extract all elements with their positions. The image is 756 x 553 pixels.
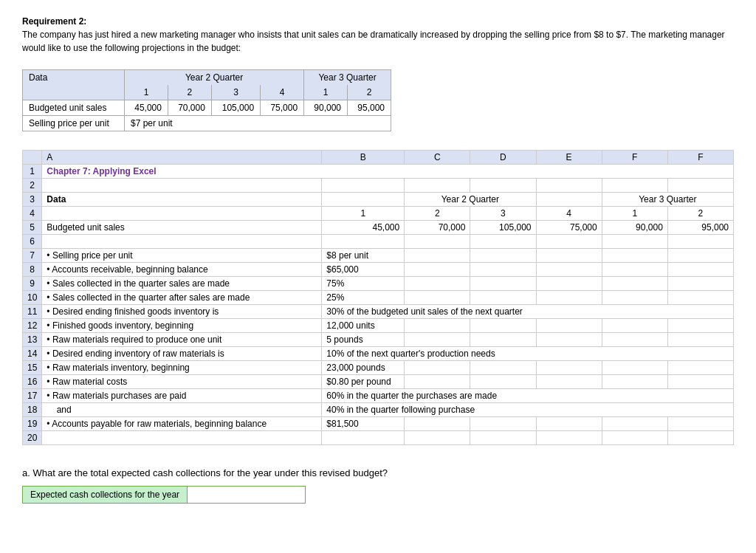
row4-e: 4 <box>536 207 602 221</box>
requirement-section: Requirement 2: The company has just hire… <box>22 15 734 55</box>
table-row: Budgeted unit sales 45,000 70,000 105,00… <box>23 100 391 116</box>
row12-label: • Finished goods inventory, beginning <box>42 319 322 333</box>
row18-label: and <box>42 403 322 417</box>
row15-f1 <box>602 361 667 375</box>
spreadsheet-row-19: 19 • Accounts payable for raw materials,… <box>23 417 734 431</box>
col-a-header: A <box>42 151 322 165</box>
row13-b: 5 pounds <box>322 333 405 347</box>
top-table-year3-header: Year 3 Quarter <box>304 70 391 86</box>
row5-label: Budgeted unit sales <box>42 221 322 235</box>
row16-e <box>536 375 602 389</box>
row14-value: 10% of the next quarter's production nee… <box>322 347 734 361</box>
row20-e <box>536 431 602 445</box>
row16-b: $0.80 per pound <box>322 375 405 389</box>
selling-price-value: $7 per unit <box>125 116 391 131</box>
row-num-13: 13 <box>23 333 42 347</box>
row7-f1 <box>602 249 667 263</box>
row19-f1 <box>602 417 667 431</box>
row7-e <box>536 249 602 263</box>
row12-f2 <box>667 319 733 333</box>
row-num-15: 15 <box>23 361 42 375</box>
row6-f1 <box>602 235 667 249</box>
row5-e: 75,000 <box>536 221 602 235</box>
spreadsheet-row-14: 14 • Desired ending inventory of raw mat… <box>23 347 734 361</box>
row2-b <box>322 179 405 193</box>
row2-e <box>536 179 602 193</box>
col-num-header <box>23 151 42 165</box>
chapter-title-cell: Chapter 7: Applying Excel <box>42 165 734 179</box>
row10-f1 <box>602 291 667 305</box>
row9-d <box>470 277 536 291</box>
row2-a <box>42 179 322 193</box>
row19-c <box>405 417 470 431</box>
row-num-19: 19 <box>23 417 42 431</box>
row6-a <box>42 235 322 249</box>
row18-value: 40% in the quarter following purchase <box>322 403 734 417</box>
row11-value: 30% of the budgeted unit sales of the ne… <box>322 305 734 319</box>
requirement-title: Requirement 2: <box>22 16 86 27</box>
row7-d <box>470 249 536 263</box>
row-num-7: 7 <box>23 249 42 263</box>
row16-d <box>470 375 536 389</box>
row13-f1 <box>602 333 667 347</box>
row-num-2: 2 <box>23 179 42 193</box>
row19-e <box>536 417 602 431</box>
spreadsheet-row-12: 12 • Finished goods inventory, beginning… <box>23 319 734 333</box>
row17-value: 60% in the quarter the purchases are mad… <box>322 389 734 403</box>
bud-y3q2: 95,000 <box>348 100 391 116</box>
row15-c <box>405 361 470 375</box>
row13-c <box>405 333 470 347</box>
top-table-data-header: Data <box>23 70 125 86</box>
row6-e <box>536 235 602 249</box>
row19-label: • Accounts payable for raw materials, be… <box>42 417 322 431</box>
spreadsheet-row-13: 13 • Raw materials required to produce o… <box>23 333 734 347</box>
row-num-4: 4 <box>23 207 42 221</box>
bud-q2: 70,000 <box>168 100 211 116</box>
row12-c <box>405 319 470 333</box>
row7-b: $8 per unit <box>322 249 405 263</box>
col-b-header: B <box>322 151 405 165</box>
row-num-10: 10 <box>23 291 42 305</box>
row16-c <box>405 375 470 389</box>
row2-f1 <box>602 179 667 193</box>
col-d-header: D <box>470 151 536 165</box>
row-num-12: 12 <box>23 319 42 333</box>
row9-f2 <box>667 277 733 291</box>
row19-f2 <box>667 417 733 431</box>
bud-y3q1: 90,000 <box>304 100 348 116</box>
spreadsheet-row-5: 5 Budgeted unit sales 45,000 70,000 105,… <box>23 221 734 235</box>
row8-b: $65,000 <box>322 263 405 277</box>
row7-label: • Selling price per unit <box>42 249 322 263</box>
row16-f1 <box>602 375 667 389</box>
row16-f2 <box>667 375 733 389</box>
top-col-empty <box>23 85 125 100</box>
row9-b: 75% <box>322 277 405 291</box>
row5-c: 70,000 <box>405 221 470 235</box>
col-f1-header: F <box>602 151 667 165</box>
top-col-q3: 3 <box>211 85 260 100</box>
row4-d: 3 <box>470 207 536 221</box>
row13-d <box>470 333 536 347</box>
top-col-q2: 2 <box>168 85 211 100</box>
row15-b: 23,000 pounds <box>322 361 405 375</box>
spreadsheet-row-18: 18 and 40% in the quarter following purc… <box>23 403 734 417</box>
row4-a <box>42 207 322 221</box>
row8-f1 <box>602 263 667 277</box>
row3-e <box>536 193 602 207</box>
spreadsheet-row-17: 17 • Raw materials purchases are paid 60… <box>23 389 734 403</box>
row3-b <box>322 193 405 207</box>
spreadsheet-row-2: 2 <box>23 179 734 193</box>
row19-b: $81,500 <box>322 417 405 431</box>
spreadsheet-table: A B C D E F F 1 Chapter 7: Applying Exce… <box>22 150 734 445</box>
spreadsheet-row-11: 11 • Desired ending finished goods inven… <box>23 305 734 319</box>
row-num-16: 16 <box>23 375 42 389</box>
row10-d <box>470 291 536 305</box>
spreadsheet-section: A B C D E F F 1 Chapter 7: Applying Exce… <box>22 150 734 445</box>
expected-cash-collections-input[interactable] <box>188 486 306 504</box>
spreadsheet-row-20: 20 <box>23 431 734 445</box>
row6-f2 <box>667 235 733 249</box>
row17-label: • Raw materials purchases are paid <box>42 389 322 403</box>
row20-f1 <box>602 431 667 445</box>
row10-e <box>536 291 602 305</box>
top-col-y3q2: 2 <box>348 85 391 100</box>
